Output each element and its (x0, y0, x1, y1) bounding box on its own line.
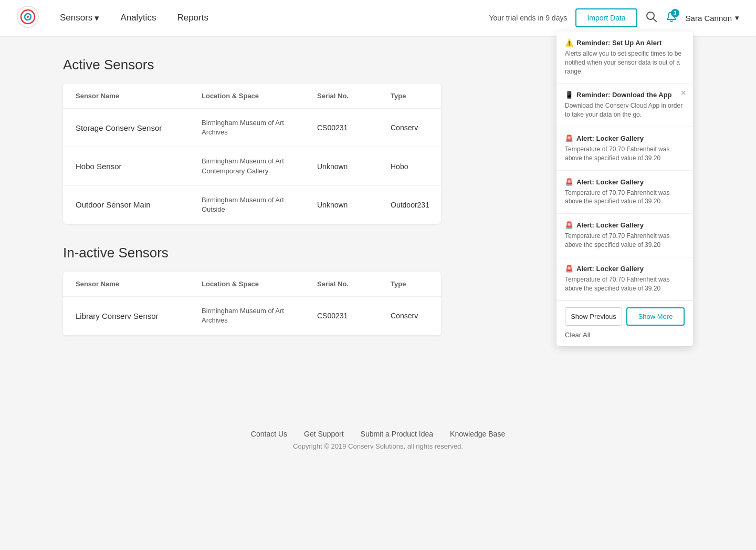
chevron-down-icon: ▾ (94, 13, 99, 24)
show-previous-button[interactable]: Show Previous (565, 307, 622, 326)
active-sensors-table: Sensor Name Location & Space Serial No. … (63, 84, 441, 224)
alarm-icon: 🚨 (565, 221, 573, 229)
active-sensors-title: Active Sensors (63, 57, 441, 73)
notification-dropdown: ⚠️ Reminder: Set Up An Alert Alerts allo… (556, 32, 693, 346)
user-menu[interactable]: Sara Cannon ▾ (686, 13, 739, 23)
alarm-icon: 🚨 (565, 265, 573, 273)
sensor-name: Hobo Sensor (76, 162, 202, 171)
header-right: Your trial ends in 9 days Import Data 3 … (489, 8, 739, 27)
inactive-sensors-table: Sensor Name Location & Space Serial No. … (63, 272, 441, 335)
reminder-icon: ⚠️ (565, 39, 573, 47)
notification-item: 🚨 Alert: Locker Gallery Temperature of 7… (556, 127, 693, 171)
table-row: Storage Conserv Sensor Birmingham Museum… (63, 109, 441, 147)
nav-analytics[interactable]: Analytics (112, 8, 164, 27)
notif-title: 🚨 Alert: Locker Gallery (565, 265, 685, 273)
trial-text: Your trial ends in 9 days (489, 14, 568, 22)
page-footer: Contact Us Get Support Submit a Product … (0, 409, 756, 461)
col-serial-inactive: Serial No. (317, 280, 391, 288)
notif-body: Temperature of 70.70 Fahrenheit was abov… (565, 189, 685, 206)
sensor-name: Storage Conserv Sensor (76, 123, 202, 132)
notif-body: Temperature of 70.70 Fahrenheit was abov… (565, 275, 685, 293)
header: Sensors ▾ Analytics Reports Your trial e… (0, 0, 756, 36)
col-sensor-name-active: Sensor Name (76, 92, 202, 100)
notif-title: 🚨 Alert: Locker Gallery (565, 134, 685, 142)
footer-link-support[interactable]: Get Support (304, 430, 344, 438)
footer-link-knowledge[interactable]: Knowledge Base (450, 430, 505, 438)
notification-item: 🚨 Alert: Locker Gallery Temperature of 7… (556, 171, 693, 214)
notification-actions: Show Previous Show More (565, 307, 685, 326)
col-serial-active: Serial No. (317, 92, 391, 100)
col-location-active: Location & Space (202, 92, 317, 100)
notif-body: Download the Conserv Cloud App in order … (565, 101, 685, 119)
alarm-icon: 🚨 (565, 178, 573, 186)
notif-title: 🚨 Alert: Locker Gallery (565, 221, 685, 229)
clear-all-button[interactable]: Clear All (565, 331, 685, 339)
search-button[interactable] (646, 11, 657, 25)
notification-item: 📱 Reminder: Download the App Download th… (556, 84, 693, 127)
inactive-sensors-title: In-active Sensors (63, 245, 441, 261)
table-row: Hobo Sensor Birmingham Museum of ArtCont… (63, 147, 441, 185)
inactive-table-header: Sensor Name Location & Space Serial No. … (63, 272, 441, 297)
user-chevron-icon: ▾ (735, 13, 739, 23)
logo[interactable] (17, 6, 51, 30)
table-row: Outdoor Sensor Main Birmingham Museum of… (63, 186, 441, 224)
alarm-icon: 🚨 (565, 134, 573, 142)
notification-item: 🚨 Alert: Locker Gallery Temperature of 7… (556, 214, 693, 257)
notif-body: Temperature of 70.70 Fahrenheit was abov… (565, 232, 685, 250)
footer-link-product-idea[interactable]: Submit a Product Idea (361, 430, 434, 438)
table-row: Library Conserv Sensor Birmingham Museum… (63, 297, 441, 335)
notif-body: Alerts allow you to set specific times t… (565, 49, 685, 76)
notif-title: ⚠️ Reminder: Set Up An Alert (565, 39, 685, 47)
notification-count-badge: 3 (671, 9, 679, 17)
svg-point-3 (27, 16, 29, 18)
active-table-header: Sensor Name Location & Space Serial No. … (63, 84, 441, 109)
nav-reports[interactable]: Reports (169, 8, 217, 27)
notif-title: 🚨 Alert: Locker Gallery (565, 178, 685, 186)
show-more-button[interactable]: Show More (626, 307, 685, 326)
sensor-name: Library Conserv Sensor (76, 312, 202, 320)
notif-body: Temperature of 70.70 Fahrenheit was abov… (565, 145, 685, 163)
footer-copyright: Copyright © 2019 Conserv Solutions, all … (0, 442, 756, 450)
notif-title: 📱 Reminder: Download the App (565, 91, 685, 99)
nav-sensors[interactable]: Sensors ▾ (51, 8, 108, 28)
footer-link-contact[interactable]: Contact Us (251, 430, 287, 438)
main-nav: Sensors ▾ Analytics Reports (51, 8, 489, 28)
footer-links: Contact Us Get Support Submit a Product … (0, 430, 756, 438)
notifications-bell[interactable]: 3 (666, 11, 677, 25)
notification-item: ⚠️ Reminder: Set Up An Alert Alerts allo… (556, 32, 693, 84)
phone-icon: 📱 (565, 91, 573, 99)
col-sensor-name-inactive: Sensor Name (76, 280, 202, 288)
svg-line-5 (653, 18, 656, 22)
notification-footer: Show Previous Show More Clear All (556, 300, 693, 346)
col-type-inactive: Type (391, 280, 441, 288)
notification-close-button[interactable]: ✕ (680, 89, 687, 97)
col-location-inactive: Location & Space (202, 280, 317, 288)
sensor-name: Outdoor Sensor Main (76, 200, 202, 209)
import-data-button[interactable]: Import Data (575, 8, 637, 27)
main-content: Active Sensors Sensor Name Location & Sp… (0, 36, 504, 377)
col-type-active: Type (391, 92, 441, 100)
notification-item: 🚨 Alert: Locker Gallery Temperature of 7… (556, 257, 693, 301)
